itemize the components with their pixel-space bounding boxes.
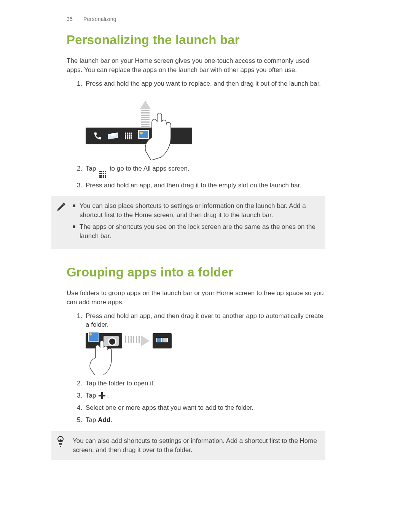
step-1: Press and hold the app you want to repla…	[84, 79, 325, 161]
page-number: 35	[67, 16, 73, 22]
section-heading: Grouping apps into a folder	[67, 265, 325, 280]
apps-grid-icon	[121, 129, 135, 143]
pencil-icon	[56, 201, 67, 214]
step-text: .	[110, 416, 112, 423]
step-text: Tap	[86, 392, 98, 399]
step-2: Tap the folder to open it.	[84, 379, 325, 388]
illustration-drag-out	[86, 92, 325, 160]
step-text: Press and hold an app, and then drag it …	[86, 312, 323, 329]
running-header: 35 Personalizing	[67, 16, 325, 22]
ui-label-add: Add	[98, 416, 110, 423]
illustration-drag-onto	[86, 333, 325, 375]
apps-grid-icon	[99, 171, 106, 178]
hand-pointer-icon	[89, 337, 121, 375]
intro-paragraph: Use folders to group apps on the launch …	[67, 289, 325, 307]
tip-callout: You can also add shortcuts to settings o…	[51, 431, 325, 460]
step-4: Select one or more apps that you want to…	[84, 403, 325, 412]
step-2: Tap to go to the All apps screen.	[84, 164, 325, 178]
section-heading: Personalizing the launch bar	[67, 33, 325, 47]
step-5: Tap Add.	[84, 415, 325, 425]
step-3: Press and hold an app, and then drag it …	[84, 181, 325, 190]
step-text: Press and hold the app you want to repla…	[86, 80, 321, 87]
section-name: Personalizing	[83, 16, 116, 22]
step-text: Tap	[86, 416, 98, 423]
note-bullet: You can also place shortcuts to settings…	[73, 201, 318, 220]
hand-pointer-icon	[144, 107, 182, 160]
step-text: .	[108, 392, 110, 399]
step-1: Press and hold an app, and then drag it …	[84, 312, 325, 375]
plus-icon	[99, 392, 105, 399]
step-text: Tap	[86, 165, 98, 172]
steps-list: Press and hold the app you want to repla…	[67, 79, 325, 190]
document-page: 35 Personalizing Personalizing the launc…	[67, 16, 325, 460]
phone-icon	[91, 129, 105, 143]
arrow-right-icon	[124, 335, 150, 346]
step-text: to go to the All apps screen.	[110, 165, 190, 172]
mail-icon	[106, 129, 120, 143]
note-bullet: The apps or shortcuts you see on the loc…	[73, 222, 318, 241]
note-callout: You can also place shortcuts to settings…	[51, 196, 325, 249]
steps-list: Press and hold an app, and then drag it …	[67, 312, 325, 425]
folder-result	[153, 333, 172, 348]
tip-text: You can also add shortcuts to settings o…	[73, 436, 318, 455]
step-3: Tap .	[84, 391, 325, 400]
lightbulb-icon	[56, 436, 65, 449]
intro-paragraph: The launch bar on your Home screen gives…	[67, 56, 325, 75]
